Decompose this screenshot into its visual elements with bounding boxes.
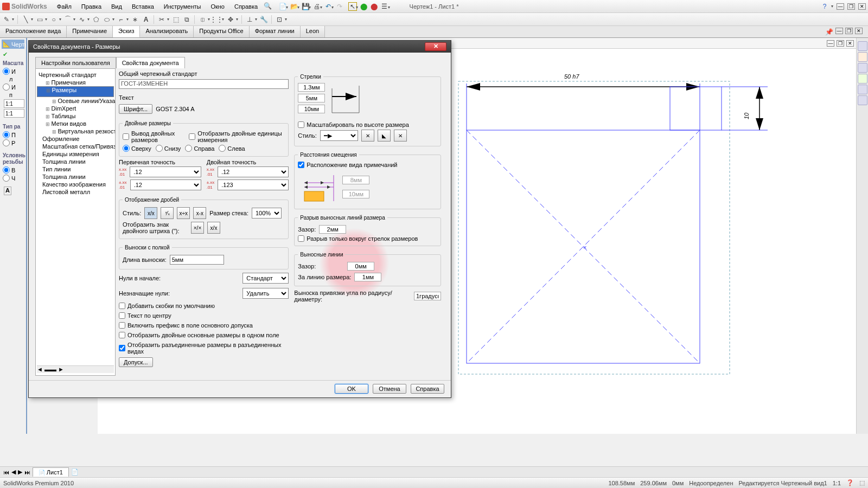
- scale-radio-1[interactable]: [3, 68, 10, 75]
- close-button[interactable]: ✕: [858, 3, 866, 10]
- dual-units-check[interactable]: [189, 133, 195, 140]
- tree-scrollbar[interactable]: ◄ ▬▬ ►: [37, 365, 114, 373]
- offset2-input[interactable]: [342, 190, 369, 198]
- tree-dimensions[interactable]: Размеры: [37, 86, 114, 97]
- tree-tables[interactable]: Таблицы: [37, 112, 114, 120]
- arrow-h-input[interactable]: [298, 83, 325, 92]
- settings-tree[interactable]: Чертежный стандарт Примечания Размеры Ос…: [35, 68, 116, 376]
- ck-dual-box[interactable]: [119, 332, 125, 338]
- menu-insert[interactable]: Вставка: [127, 2, 158, 11]
- tree-grid[interactable]: Масштабная сетка/Привяз: [37, 143, 114, 150]
- sheet-nav-last[interactable]: ⏭: [24, 469, 30, 476]
- tree-drafting-std[interactable]: Чертежный стандарт: [37, 71, 114, 79]
- arc-icon[interactable]: ⌒: [63, 15, 72, 24]
- pos-bottom-radio[interactable]: [156, 145, 163, 152]
- resources-icon[interactable]: [858, 41, 867, 51]
- pin-icon[interactable]: 📌: [825, 28, 833, 36]
- view-min-button[interactable]: —: [827, 40, 834, 47]
- prec2-select[interactable]: .12: [218, 166, 289, 177]
- sheet-tab-1[interactable]: 📄 Лист1: [33, 467, 69, 477]
- menu-help[interactable]: Справка: [230, 2, 262, 11]
- menu-edit[interactable]: Правка: [77, 2, 106, 11]
- frac-style3[interactable]: x÷x: [177, 207, 190, 219]
- rebuild-icon[interactable]: ⬤: [360, 2, 368, 11]
- tree-detailing[interactable]: Оформление: [37, 135, 114, 143]
- trim-icon[interactable]: ✂: [157, 15, 166, 24]
- ck-paren[interactable]: [119, 303, 125, 309]
- dialog-close-button[interactable]: ✕: [425, 42, 446, 51]
- tree-view-labels[interactable]: Метки видов: [37, 120, 114, 127]
- panel-a-button[interactable]: A: [4, 187, 11, 195]
- relations-icon[interactable]: ⊥: [245, 15, 254, 24]
- arrow-l-input[interactable]: [298, 105, 325, 113]
- prec2b-select[interactable]: .123: [218, 179, 289, 190]
- scale-input-1[interactable]: [4, 99, 24, 108]
- move-icon[interactable]: ✥: [226, 15, 235, 24]
- palette-icon[interactable]: [858, 74, 867, 84]
- prec1b-select[interactable]: .12: [130, 179, 201, 190]
- ellipse-icon[interactable]: ⬭: [103, 15, 111, 24]
- doc-close-button[interactable]: ✕: [855, 28, 863, 34]
- rect-icon[interactable]: ▭: [35, 15, 44, 24]
- tree-dimxpert[interactable]: DimXpert: [37, 105, 114, 112]
- quick-snap-icon[interactable]: ⊡: [275, 15, 284, 24]
- gap-input[interactable]: [319, 225, 346, 234]
- pos-left-radio[interactable]: [219, 145, 226, 152]
- prec1-select[interactable]: .12: [130, 166, 201, 177]
- radial-angle-input[interactable]: [414, 292, 441, 300]
- help-button[interactable]: Справка: [411, 384, 444, 394]
- minimize-button[interactable]: —: [837, 3, 844, 10]
- offset1-input[interactable]: [342, 176, 369, 184]
- line-icon[interactable]: ╲: [21, 15, 30, 24]
- lead-zero-select[interactable]: Стандарт: [242, 273, 289, 284]
- stop-icon[interactable]: ⬤: [370, 2, 379, 11]
- tree-centerlines[interactable]: Осевые линии/Указател: [37, 97, 114, 105]
- smart-dim-icon[interactable]: ✎: [2, 15, 11, 24]
- repair-icon[interactable]: 🔧: [259, 15, 268, 24]
- tolerance-button[interactable]: Допуск...: [119, 357, 153, 367]
- circle-icon[interactable]: ○: [49, 15, 58, 24]
- frac-style4[interactable]: x-x: [193, 207, 206, 219]
- dimtype-radio-2[interactable]: [3, 139, 10, 146]
- convert-icon[interactable]: ⬚: [171, 15, 180, 24]
- menu-window[interactable]: Окно: [206, 2, 229, 11]
- thread-radio-2[interactable]: [3, 175, 10, 182]
- tree-line-weight2[interactable]: Толщина линии: [37, 173, 114, 181]
- explorer-icon[interactable]: [858, 63, 867, 73]
- view-max-button[interactable]: ❐: [837, 40, 844, 47]
- trail-zero-select[interactable]: Удалить: [242, 288, 289, 299]
- font-button[interactable]: Шрифт...: [119, 104, 152, 114]
- status-icon1[interactable]: ❓: [846, 479, 854, 486]
- add-sheet-icon[interactable]: 📄: [71, 468, 79, 476]
- scale-input-2[interactable]: [4, 109, 24, 118]
- polygon-icon[interactable]: ⬠: [92, 15, 100, 24]
- ck-broken[interactable]: [119, 345, 125, 351]
- text-icon[interactable]: A: [142, 15, 150, 24]
- ext-beyond-input[interactable]: [354, 273, 381, 281]
- arrow-mode2[interactable]: ◣: [378, 130, 391, 142]
- scale-radio-2[interactable]: [3, 84, 10, 91]
- stroke-btn1[interactable]: ×/×: [191, 222, 204, 234]
- tree-units[interactable]: Единицы измерения: [37, 150, 114, 158]
- tree-line-weight[interactable]: Толщина линии: [37, 158, 114, 165]
- cancel-button[interactable]: Отмена: [373, 384, 406, 394]
- leader-len-input[interactable]: [170, 255, 224, 265]
- tree-image-quality[interactable]: Качество изображения: [37, 181, 114, 188]
- thread-radio-1[interactable]: [3, 166, 10, 174]
- arrow-style-select[interactable]: ━▶: [320, 130, 358, 141]
- tab-doc-props[interactable]: Свойства документа: [116, 57, 185, 68]
- custom-icon[interactable]: [858, 95, 867, 105]
- mirror-icon[interactable]: ⎅: [198, 15, 207, 24]
- offset-icon[interactable]: ⧉: [182, 15, 191, 24]
- status-icon2[interactable]: ⬚: [859, 479, 865, 486]
- point-icon[interactable]: ∗: [131, 15, 139, 24]
- scale-by-height-check[interactable]: [298, 121, 304, 128]
- arrow-w-input[interactable]: [298, 94, 325, 102]
- ck-prefix[interactable]: [119, 322, 125, 329]
- ext-gap-input[interactable]: [347, 262, 374, 271]
- stroke-btn2[interactable]: x/x: [207, 222, 220, 234]
- menu-tools[interactable]: Инструменты: [159, 2, 206, 11]
- menu-file[interactable]: Файл: [53, 2, 76, 11]
- pos-top-radio[interactable]: [123, 145, 130, 152]
- tab-evaluate[interactable]: Анализировать: [140, 26, 194, 37]
